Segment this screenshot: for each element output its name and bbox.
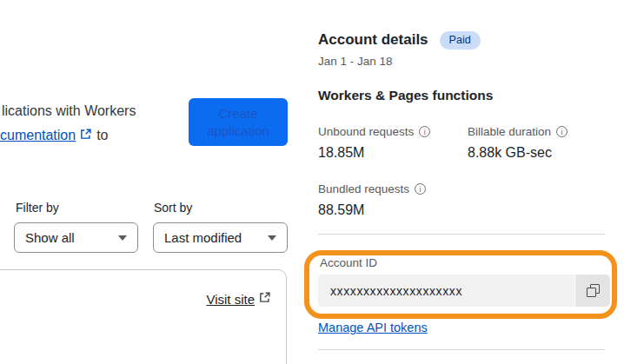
divider: [318, 234, 605, 235]
stat-value: 88.59M: [318, 202, 426, 218]
account-id-input[interactable]: [318, 275, 574, 307]
chevron-down-icon: [268, 235, 276, 241]
stat-label-row: Billable duration: [468, 125, 568, 138]
stat-bundled-requests: Bundled requests 88.59M: [318, 182, 426, 218]
intro-line2-rest: to: [96, 123, 108, 148]
stat-value: 8.88k GB-sec: [468, 145, 568, 161]
account-details-header: Account details Paid: [318, 31, 481, 50]
copy-icon: [587, 284, 600, 297]
documentation-link[interactable]: cumentation: [0, 123, 76, 148]
divider: [318, 349, 605, 350]
info-icon[interactable]: [415, 183, 426, 195]
intro-text: lications with Workers cumentation to: [2, 99, 136, 148]
info-icon[interactable]: [556, 126, 568, 137]
visit-site-row: Visit site: [206, 291, 270, 307]
stat-billable-duration: Billable duration 8.88k GB-sec: [468, 125, 568, 161]
intro-line2: cumentation to: [0, 123, 136, 148]
stat-value: 18.85M: [318, 145, 430, 161]
sort-by-label: Sort by: [154, 201, 192, 215]
workers-pages-dashboard: lications with Workers cumentation to Cr…: [0, 0, 624, 364]
chevron-down-icon: [118, 235, 127, 241]
sort-dropdown[interactable]: Last modified: [153, 222, 288, 253]
visit-site-link[interactable]: Visit site: [206, 292, 255, 307]
manage-api-tokens-link[interactable]: Manage API tokens: [318, 321, 428, 334]
intro-line1: lications with Workers: [2, 99, 136, 123]
stat-label: Billable duration: [468, 125, 551, 138]
project-card: Visit site: [0, 269, 287, 364]
stat-label-row: Bundled requests: [318, 182, 426, 195]
copy-button[interactable]: [575, 275, 610, 307]
info-icon[interactable]: [419, 126, 430, 137]
paid-badge: Paid: [440, 31, 481, 50]
date-range: Jan 1 - Jan 18: [318, 55, 393, 68]
stat-unbound-requests: Unbound requests 18.85M: [318, 125, 430, 161]
stat-label: Bundled requests: [318, 182, 409, 195]
sort-dropdown-value: Last modified: [164, 230, 242, 245]
stat-label-row: Unbound requests: [318, 125, 430, 138]
external-link-icon: [259, 291, 270, 307]
account-id-row: [318, 275, 610, 307]
account-id-label: Account ID: [320, 256, 377, 269]
stat-label: Unbound requests: [318, 125, 414, 138]
filter-dropdown-value: Show all: [25, 230, 75, 245]
filter-by-label: Filter by: [16, 201, 59, 215]
account-details-title: Account details: [318, 31, 428, 49]
filter-dropdown[interactable]: Show all: [14, 222, 138, 253]
functions-section-title: Workers & Pages functions: [318, 88, 493, 103]
external-link-icon: [80, 123, 91, 148]
create-application-button[interactable]: Create application: [189, 98, 288, 146]
account-details-panel: Account details Paid Jan 1 - Jan 18 Work…: [318, 0, 614, 364]
